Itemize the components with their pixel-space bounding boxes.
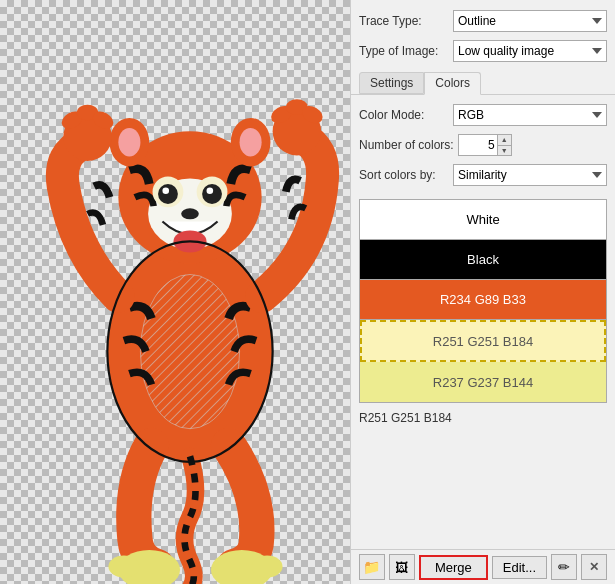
type-of-image-select[interactable]: Low quality image [453,40,607,62]
color-swatch-white[interactable]: White [360,200,606,240]
trace-type-select[interactable]: Outline [453,10,607,32]
color-swatch-yellow2-label: R237 G237 B144 [433,375,533,390]
color-swatch-yellow1-label: R251 G251 B184 [433,334,533,349]
num-colors-up[interactable]: ▲ [498,135,511,146]
svg-point-14 [118,128,140,157]
svg-point-28 [252,555,283,577]
trace-type-label: Trace Type: [359,14,449,28]
folder-icon: 📁 [363,559,380,575]
color-swatch-orange[interactable]: R234 G89 B33 [360,280,606,320]
svg-point-16 [240,128,262,157]
sort-colors-label: Sort colors by: [359,168,449,182]
svg-point-1 [140,274,239,428]
right-panel: Trace Type: Outline Type of Image: Low q… [350,0,615,584]
color-swatches-list: White Black R234 G89 B33 R251 G251 B184 … [359,199,607,403]
status-text: R251 G251 B184 [351,407,615,427]
svg-point-11 [181,208,199,219]
num-colors-label: Number of colors: [359,138,454,152]
image-icon: 🖼 [395,560,408,575]
num-colors-input[interactable]: 5 [458,134,498,156]
image-canvas [0,0,350,584]
edit-button[interactable]: Edit... [492,556,547,579]
svg-point-9 [162,187,169,194]
color-mode-select[interactable]: RGB [453,104,607,126]
color-mode-row: Color Mode: RGB [359,101,607,129]
bottom-toolbar: 📁 🖼 Merge Edit... ✏ ✕ [351,549,615,584]
color-mode-label: Color Mode: [359,108,449,122]
delete-icon: ✕ [589,560,599,574]
num-colors-input-wrap: 5 ▲ ▼ [458,134,512,156]
type-of-image-row: Type of Image: Low quality image [351,36,615,66]
svg-point-10 [207,187,214,194]
num-colors-row: Number of colors: 5 ▲ ▼ [359,131,607,159]
delete-button[interactable]: ✕ [581,554,607,580]
tiger-image [15,10,350,584]
color-swatch-black-label: Black [467,252,499,267]
color-swatch-white-label: White [466,212,499,227]
color-swatch-orange-label: R234 G89 B33 [440,292,526,307]
color-swatch-black[interactable]: Black [360,240,606,280]
type-of-image-label: Type of Image: [359,44,449,58]
image-button[interactable]: 🖼 [389,554,415,580]
trace-type-row: Trace Type: Outline [351,6,615,36]
color-swatch-yellow2[interactable]: R237 G237 B144 [360,362,606,402]
num-colors-down[interactable]: ▼ [498,146,511,156]
svg-point-26 [108,555,139,577]
color-swatch-yellow1[interactable]: R251 G251 B184 [360,320,606,362]
sort-colors-select[interactable]: Similarity [453,164,607,186]
tab-colors[interactable]: Colors [424,72,481,95]
brush-icon: ✏ [558,559,570,575]
sort-colors-row: Sort colors by: Similarity [359,161,607,189]
colors-panel: Color Mode: RGB Number of colors: 5 ▲ ▼ … [351,95,615,195]
tab-settings[interactable]: Settings [359,72,424,94]
tabs-row: Settings Colors [351,68,615,95]
svg-point-7 [158,184,178,204]
brush-button[interactable]: ✏ [551,554,577,580]
num-colors-spinner: ▲ ▼ [498,134,512,156]
svg-point-8 [202,184,222,204]
folder-button[interactable]: 📁 [359,554,385,580]
merge-button[interactable]: Merge [419,555,488,580]
